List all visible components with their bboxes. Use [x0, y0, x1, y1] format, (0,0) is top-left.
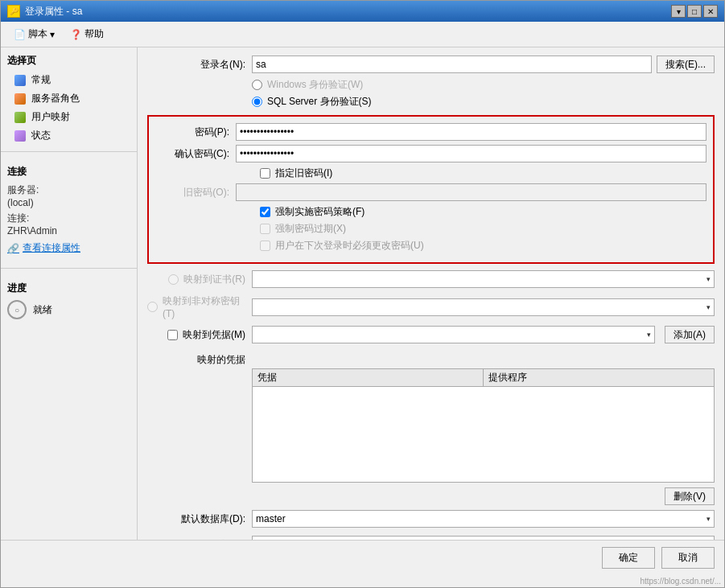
- specify-old-password-label: 指定旧密码(I): [275, 167, 332, 180]
- search-button[interactable]: 搜索(E)...: [657, 56, 715, 73]
- sidebar-item-server-role-label: 服务器角色: [31, 92, 80, 105]
- server-label: 服务器:: [7, 184, 39, 195]
- sidebar-divider-1: [1, 151, 137, 152]
- add-credential-button[interactable]: 添加(A): [665, 326, 715, 343]
- map-asymkey-label: 映射到非对称密钥(T): [163, 294, 245, 319]
- sql-auth-label: SQL Server 身份验证(S): [267, 95, 372, 109]
- status-icon: [14, 130, 27, 142]
- script-label: 脚本: [28, 27, 47, 41]
- password-label: 密码(P):: [155, 125, 236, 139]
- default-db-arrow-icon: ▾: [706, 515, 711, 523]
- map-credential-checkbox[interactable]: [167, 330, 178, 340]
- map-credential-arrow-icon: ▾: [647, 331, 651, 339]
- password-row: 密码(P):: [155, 123, 706, 141]
- window-icon: 🔑: [7, 5, 20, 18]
- must-change-row: 用户在下次登录时必须更改密码(U): [260, 239, 706, 253]
- script-icon: 📄: [13, 28, 26, 41]
- sql-auth-radio[interactable]: [252, 97, 262, 107]
- windows-auth-radio[interactable]: [252, 80, 262, 90]
- script-button[interactable]: 📄 脚本 ▾: [7, 25, 60, 43]
- map-cert-label: 映射到证书(R): [183, 273, 245, 286]
- view-connect-label: 查看连接属性: [23, 241, 80, 255]
- server-info: 服务器: (local): [7, 182, 130, 210]
- connect-value: ZHR\Admin: [7, 225, 57, 236]
- server-value: (local): [7, 197, 34, 208]
- connect-label: 连接:: [7, 212, 29, 224]
- sidebar-divider-2: [1, 268, 137, 269]
- general-icon: [14, 74, 27, 87]
- user-mapping-icon: [14, 111, 27, 124]
- map-credential-select[interactable]: ▾: [252, 326, 655, 343]
- selection-title: 选择页: [1, 47, 137, 71]
- delete-button[interactable]: 删除(V): [665, 487, 715, 505]
- password-input[interactable]: [236, 123, 706, 141]
- map-cert-control: ▾: [252, 270, 715, 288]
- map-credential-control: ▾ 添加(A): [252, 326, 715, 343]
- sidebar-item-status[interactable]: 状态: [1, 126, 137, 145]
- sidebar-item-server-role[interactable]: 服务器角色: [1, 89, 137, 108]
- enforce-policy-row: 强制实施密码策略(F): [260, 205, 706, 219]
- progress-section: 进度 ○ 就绪: [1, 275, 137, 326]
- connect-title: 连接: [7, 165, 130, 179]
- sidebar-item-user-mapping[interactable]: 用户映射: [1, 108, 137, 126]
- map-asymkey-select[interactable]: ▾: [252, 298, 715, 316]
- minimize-button[interactable]: ▾: [671, 5, 686, 18]
- cred-col-header-2: 提供程序: [484, 369, 714, 386]
- login-name-input[interactable]: [252, 56, 652, 73]
- credential-table-body[interactable]: [252, 386, 715, 483]
- enforce-policy-label: 强制实施密码策略(F): [275, 205, 365, 219]
- map-asymkey-radio[interactable]: [147, 302, 158, 312]
- map-credential-label: 映射到凭据(M): [183, 328, 245, 342]
- old-password-row: 旧密码(O):: [155, 183, 706, 201]
- must-change-checkbox[interactable]: [260, 241, 270, 251]
- default-db-label: 默认数据库(D):: [147, 512, 252, 526]
- main-window: 🔑 登录属性 - sa ▾ □ ✕ 📄 脚本 ▾ ❓ 帮助 选择页 常规: [0, 0, 725, 588]
- help-label: 帮助: [84, 27, 104, 41]
- help-button[interactable]: ❓ 帮助: [64, 25, 109, 43]
- confirm-password-input[interactable]: [236, 145, 706, 162]
- watermark: https://blog.csdn.net/...: [1, 575, 724, 587]
- ok-button[interactable]: 确定: [602, 547, 655, 569]
- login-name-row: 登录名(N): 搜索(E)...: [147, 56, 715, 73]
- mapped-credential-label: 映射的凭据: [147, 353, 252, 367]
- old-password-label: 旧密码(O):: [155, 186, 236, 199]
- window-title: 登录属性 - sa: [25, 5, 82, 19]
- specify-old-password-row: 指定旧密码(I): [260, 167, 706, 180]
- server-role-icon: [14, 93, 27, 105]
- default-db-select[interactable]: master ▾: [252, 510, 715, 528]
- cancel-button[interactable]: 取消: [661, 547, 715, 569]
- window-footer: 确定 取消: [1, 540, 724, 575]
- connect-link-icon: 🔗: [7, 243, 19, 254]
- credential-table-header: 凭据 提供程序: [252, 368, 715, 386]
- credential-table-wrapper: 凭据 提供程序: [252, 368, 715, 483]
- sidebar-item-general[interactable]: 常规: [1, 71, 137, 89]
- sidebar-item-user-mapping-label: 用户映射: [31, 110, 70, 124]
- map-cert-row: 映射到证书(R) ▾: [147, 270, 715, 288]
- progress-status-text: 就绪: [33, 303, 52, 317]
- credentials-section: 映射的凭据 凭据 提供程序 删除(V): [147, 353, 715, 505]
- enforce-expiration-checkbox[interactable]: [260, 224, 270, 234]
- old-password-input[interactable]: [236, 183, 706, 201]
- script-arrow-icon: ▾: [50, 29, 55, 40]
- view-connect-link[interactable]: 🔗 查看连接属性: [7, 241, 130, 255]
- enforce-expiration-label: 强制密码过期(X): [275, 222, 346, 236]
- default-db-row: 默认数据库(D): master ▾: [147, 510, 715, 528]
- cred-col-header-1: 凭据: [253, 369, 484, 386]
- sql-auth-row: SQL Server 身份验证(S): [252, 95, 715, 109]
- map-cert-arrow-icon: ▾: [706, 275, 711, 283]
- map-cert-select[interactable]: ▾: [252, 270, 715, 288]
- credential-bottom-controls: 删除(V): [147, 487, 715, 505]
- progress-title: 进度: [7, 282, 130, 295]
- map-asymkey-control: ▾: [252, 298, 715, 316]
- windows-auth-row: Windows 身份验证(W): [252, 78, 715, 92]
- map-cert-radio[interactable]: [168, 274, 179, 285]
- specify-old-password-checkbox[interactable]: [260, 168, 270, 179]
- close-button[interactable]: ✕: [703, 5, 718, 18]
- enforce-policy-checkbox[interactable]: [260, 207, 270, 217]
- login-name-label: 登录名(N):: [147, 58, 252, 72]
- title-bar-text: 🔑 登录属性 - sa: [7, 5, 82, 19]
- maximize-button[interactable]: □: [687, 5, 702, 18]
- login-name-control: 搜索(E)...: [252, 56, 715, 73]
- progress-icon: ○: [7, 300, 27, 319]
- map-credential-row: 映射到凭据(M) ▾ 添加(A): [147, 326, 715, 343]
